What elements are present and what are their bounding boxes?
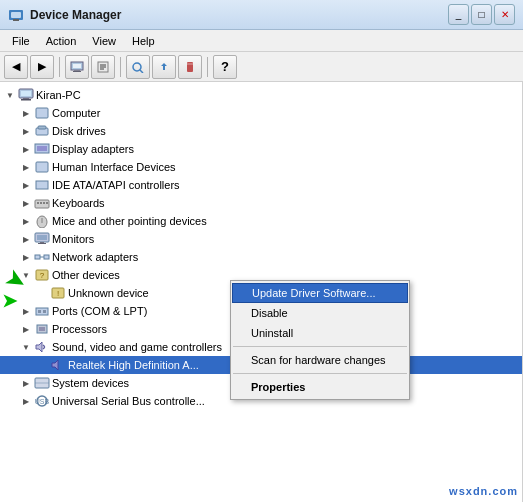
expand-icon: ▶ [20, 179, 32, 191]
scan-button[interactable] [126, 55, 150, 79]
context-scan[interactable]: Scan for hardware changes [231, 350, 409, 370]
menu-file[interactable]: File [4, 33, 38, 49]
svg-rect-38 [44, 255, 49, 259]
svg-marker-50 [52, 360, 58, 370]
context-separator-1 [233, 346, 407, 347]
svg-rect-19 [36, 108, 48, 118]
device-icon [34, 177, 50, 193]
menu-view[interactable]: View [84, 33, 124, 49]
svg-rect-35 [40, 242, 44, 243]
maximize-button[interactable]: □ [471, 4, 492, 25]
close-button[interactable]: ✕ [494, 4, 515, 25]
svg-rect-27 [37, 202, 39, 204]
audio-device-icon [50, 357, 66, 373]
svg-rect-1 [11, 12, 21, 18]
svg-rect-25 [36, 181, 48, 189]
item-label: Network adapters [52, 251, 138, 263]
context-menu: Update Driver Software... Disable Uninst… [230, 280, 410, 400]
list-item[interactable]: ▶ Human Interface Devices [0, 158, 522, 176]
context-disable[interactable]: Disable [231, 303, 409, 323]
menu-bar: File Action View Help [0, 30, 523, 52]
expand-icon: ▶ [20, 377, 32, 389]
toolbar-separator-3 [207, 57, 208, 77]
back-button[interactable]: ◀ [4, 55, 28, 79]
context-update-driver[interactable]: Update Driver Software... [232, 283, 408, 303]
expand-icon: ▶ [20, 161, 32, 173]
item-label: Keyboards [52, 197, 105, 209]
device-icon [34, 123, 50, 139]
context-separator-2 [233, 373, 407, 374]
svg-rect-45 [38, 310, 41, 313]
expand-icon: ▼ [20, 341, 32, 353]
list-item[interactable]: ▶ Monitors [0, 230, 522, 248]
svg-marker-49 [36, 342, 42, 352]
svg-rect-34 [37, 235, 47, 240]
network-icon [34, 249, 50, 265]
menu-help[interactable]: Help [124, 33, 163, 49]
list-item[interactable]: ▶ Computer [0, 104, 522, 122]
forward-button[interactable]: ▶ [30, 55, 54, 79]
list-item[interactable]: ▶ Keyboards [0, 194, 522, 212]
computer-button[interactable] [65, 55, 89, 79]
svg-rect-28 [40, 202, 42, 204]
unknown-device-icon: ! [50, 285, 66, 301]
expand-icon: ▶ [20, 143, 32, 155]
root-expand-icon: ▼ [4, 89, 16, 101]
svg-rect-44 [36, 308, 48, 315]
ports-icon [34, 303, 50, 319]
svg-rect-5 [74, 70, 80, 71]
svg-rect-2 [13, 19, 19, 21]
update-button[interactable] [152, 55, 176, 79]
svg-point-11 [133, 63, 141, 71]
processor-icon [34, 321, 50, 337]
app-icon [8, 7, 24, 23]
list-item[interactable]: ▶ Network adapters [0, 248, 522, 266]
item-label: Computer [52, 107, 100, 119]
item-label: Unknown device [68, 287, 149, 299]
device-icon [34, 141, 50, 157]
menu-action[interactable]: Action [38, 33, 85, 49]
tree-root[interactable]: ▼ Kiran-PC [0, 86, 522, 104]
svg-rect-24 [36, 162, 48, 172]
list-item[interactable]: ▶ Display adapters [0, 140, 522, 158]
list-item[interactable]: ▶ Mice and other pointing devices [0, 212, 522, 230]
svg-rect-36 [38, 243, 46, 244]
remove-button[interactable] [178, 55, 202, 79]
expand-icon: ▶ [20, 215, 32, 227]
system-icon [34, 375, 50, 391]
svg-rect-46 [43, 310, 46, 313]
item-label: IDE ATA/ATAPI controllers [52, 179, 180, 191]
svg-rect-48 [39, 327, 45, 331]
list-item[interactable]: ▶ Disk drives [0, 122, 522, 140]
svg-rect-18 [21, 99, 31, 101]
other-devices-icon: ? [34, 267, 50, 283]
item-label: Monitors [52, 233, 94, 245]
expand-icon: ▶ [20, 305, 32, 317]
main-content: ▼ Kiran-PC ▶ Computer ▶ [0, 82, 523, 502]
expand-icon: ▶ [20, 395, 32, 407]
context-properties[interactable]: Properties [231, 377, 409, 397]
list-item[interactable]: ▶ IDE ATA/ATAPI controllers [0, 176, 522, 194]
svg-text:USB: USB [35, 398, 50, 405]
item-label: Sound, video and game controllers [52, 341, 222, 353]
usb-icon: USB [34, 393, 50, 409]
svg-rect-4 [73, 64, 81, 68]
properties-button[interactable] [91, 55, 115, 79]
expand-icon: ▶ [20, 197, 32, 209]
toolbar-separator-1 [59, 57, 60, 77]
window-title: Device Manager [30, 8, 448, 22]
minimize-button[interactable]: _ [448, 4, 469, 25]
svg-line-12 [140, 70, 143, 73]
monitor-icon [34, 231, 50, 247]
context-uninstall[interactable]: Uninstall [231, 323, 409, 343]
item-label: Mice and other pointing devices [52, 215, 207, 227]
svg-rect-17 [23, 98, 29, 99]
svg-rect-30 [46, 202, 48, 204]
help-button[interactable]: ? [213, 55, 237, 79]
expand-icon [36, 359, 48, 371]
svg-rect-6 [73, 71, 81, 72]
title-bar: Device Manager _ □ ✕ [0, 0, 523, 30]
svg-rect-13 [187, 62, 193, 72]
svg-rect-23 [37, 146, 47, 151]
expand-icon: ▶ [20, 251, 32, 263]
